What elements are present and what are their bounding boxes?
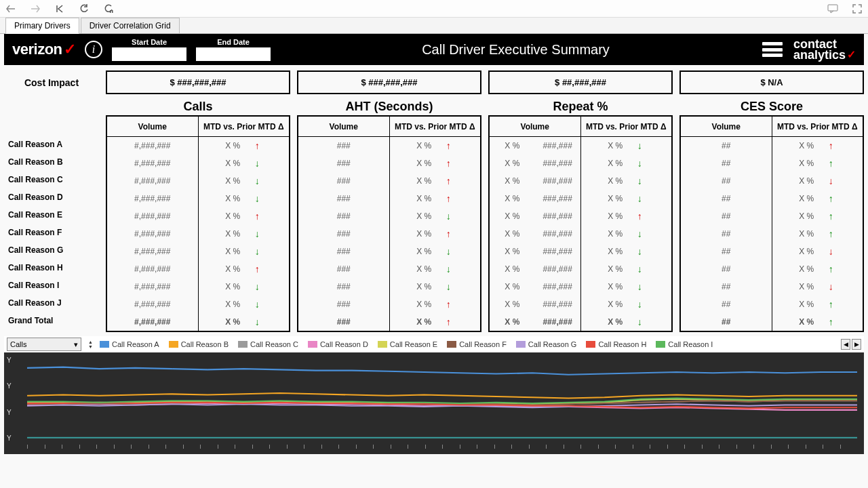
cell-delta: X %↓ <box>581 155 672 172</box>
table-row: ###X %↓ <box>298 260 480 278</box>
chart-metric-select[interactable]: Calls ▾ <box>7 338 81 351</box>
legend-label: Call Reason B <box>181 340 229 348</box>
cell-volume: ### <box>298 155 390 172</box>
table-row: X %###,###X %↑ <box>490 207 671 225</box>
legend-item[interactable]: Call Reason E <box>378 340 437 348</box>
row-label: Call Reason G <box>4 241 99 259</box>
cell-volume: X %###,### <box>490 225 581 243</box>
row-label: Call Reason I <box>4 277 99 294</box>
trend-arrow-icon: ↑ <box>826 317 835 327</box>
legend-item[interactable]: Call Reason A <box>100 340 159 348</box>
chart-controls: Calls ▾ ▲▼ Call Reason ACall Reason BCal… <box>4 336 864 352</box>
back-icon[interactable] <box>5 3 16 14</box>
table-row: ##X %↑ <box>681 207 863 225</box>
col-delta: MTD vs. Prior MTD Δ <box>199 117 290 136</box>
table-row: #,###,###X %↑ <box>107 137 289 155</box>
cell-volume: #,###,### <box>107 172 199 190</box>
trend-arrow-icon: ↑ <box>826 158 835 169</box>
trend-chart[interactable]: YYYY <box>4 352 864 454</box>
cell-volume: ## <box>681 296 772 313</box>
cell-volume: ### <box>298 225 390 243</box>
cell-delta: X %↓ <box>390 260 481 278</box>
trend-arrow-icon: ↑ <box>443 299 453 310</box>
cell-delta: X %↓ <box>199 278 290 296</box>
end-date-input[interactable] <box>196 47 271 61</box>
legend-scroll-right[interactable]: ▶ <box>852 339 861 350</box>
cell-volume: ## <box>681 313 772 331</box>
col-delta: MTD vs. Prior MTD Δ <box>390 117 481 136</box>
cell-delta: X %↓ <box>390 278 481 296</box>
menu-icon[interactable] <box>761 40 784 59</box>
table-row: #,###,###X %↓ <box>107 225 289 243</box>
cell-delta: X %↑ <box>390 296 481 313</box>
tab-primary-drivers[interactable]: Primary Drivers <box>5 18 79 34</box>
legend-item[interactable]: Call Reason I <box>656 340 713 348</box>
cell-volume: ### <box>298 190 390 207</box>
start-date-input[interactable] <box>112 47 186 61</box>
page-title: Call Driver Executive Summary <box>280 42 751 58</box>
legend-label: Call Reason D <box>320 340 368 348</box>
trend-arrow-icon: ↑ <box>826 264 835 274</box>
row-label: Call Reason A <box>4 136 99 153</box>
chart-metric-stepper[interactable]: ▲▼ <box>88 340 93 349</box>
cell-volume: X %###,### <box>490 137 581 155</box>
info-icon[interactable]: i <box>85 41 102 58</box>
table-row: X %###,###X %↓ <box>490 296 671 313</box>
y-axis-ticks: YYYY <box>7 357 12 442</box>
trend-arrow-icon: ↓ <box>252 317 262 327</box>
cell-volume: ## <box>681 155 772 172</box>
legend-item[interactable]: Call Reason D <box>308 340 368 348</box>
legend-swatch <box>378 341 387 348</box>
cell-volume: #,###,### <box>107 296 199 313</box>
cell-volume: ## <box>681 225 772 243</box>
cell-volume: ## <box>681 190 772 207</box>
table-row: #,###,###X %↑ <box>107 260 289 278</box>
legend-item[interactable]: Call Reason H <box>586 340 646 348</box>
cell-delta: X %↑ <box>390 313 481 331</box>
refresh-icon[interactable] <box>79 3 90 14</box>
legend-item[interactable]: Call Reason F <box>447 340 507 348</box>
legend-swatch <box>100 341 109 348</box>
row-label: Call Reason C <box>4 171 99 188</box>
legend-item[interactable]: Call Reason G <box>516 340 577 348</box>
metric-head-aht: AHT (Seconds) <box>297 98 481 115</box>
cell-delta: X %↓ <box>199 313 290 331</box>
legend-item[interactable]: Call Reason C <box>238 340 298 348</box>
trend-arrow-icon: ↓ <box>826 176 835 186</box>
legend-scroll-left[interactable]: ◀ <box>841 339 850 350</box>
table-row: ##X %↑ <box>681 155 863 172</box>
legend-item[interactable]: Call Reason B <box>169 340 229 348</box>
fullscreen-icon[interactable] <box>852 3 863 14</box>
table-row: #,###,###X %↓ <box>107 313 289 331</box>
cost-impact-label: Cost Impact <box>4 77 99 88</box>
cell-delta: X %↑ <box>390 155 481 172</box>
row-label: Call Reason J <box>4 294 99 312</box>
comment-icon[interactable] <box>827 3 838 14</box>
cell-volume: ### <box>298 278 390 296</box>
cell-volume: X %###,### <box>490 190 581 207</box>
metric-head-calls: Calls <box>106 98 290 115</box>
dashboard-header: verizon✓ i Start Date End Date Call Driv… <box>4 34 864 65</box>
table-row: X %###,###X %↓ <box>490 225 671 243</box>
trend-arrow-icon: ↑ <box>443 228 453 239</box>
start-date-label: Start Date <box>132 38 167 46</box>
forward-icon[interactable] <box>30 3 41 14</box>
cell-volume: #,###,### <box>107 190 199 207</box>
cell-delta: X %↓ <box>581 278 672 296</box>
dropdown-icon: ▾ <box>74 340 78 349</box>
trend-arrow-icon: ↑ <box>443 317 453 327</box>
trend-arrow-icon: ↓ <box>252 228 262 239</box>
table-row: #,###,###X %↓ <box>107 278 289 296</box>
table-row: X %###,###X %↓ <box>490 278 671 296</box>
svg-rect-2 <box>828 5 837 11</box>
cell-volume: X %###,### <box>490 172 581 190</box>
cell-volume: #,###,### <box>107 225 199 243</box>
cell-delta: X %↑ <box>772 137 863 155</box>
cell-volume: X %###,### <box>490 243 581 260</box>
tab-driver-correlation-grid[interactable]: Driver Correlation Grid <box>81 18 180 33</box>
first-page-icon[interactable] <box>54 3 65 14</box>
pause-refresh-icon[interactable] <box>103 3 114 14</box>
trend-arrow-icon: ↓ <box>443 264 453 274</box>
row-labels-column: Call Reason ACall Reason BCall Reason CC… <box>4 115 99 332</box>
cell-delta: X %↓ <box>772 278 863 296</box>
